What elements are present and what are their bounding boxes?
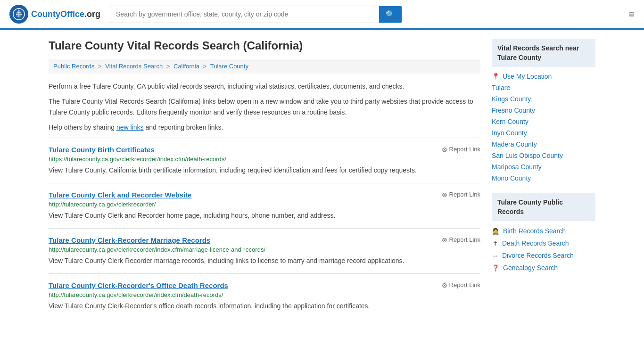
nearby-list: 📍Use My LocationTulareKings CountyFresno… xyxy=(492,71,595,184)
sidebar-public-record-item: 🤵Birth Records Search xyxy=(492,225,595,237)
nearby-link[interactable]: Madera County xyxy=(492,140,537,148)
breadcrumb-vital-records[interactable]: Vital Records Search xyxy=(105,63,163,70)
report-icon: ⊗ xyxy=(442,146,447,153)
report-link[interactable]: ⊗ Report Link xyxy=(442,236,480,244)
sidebar-nearby-item: Madera County xyxy=(492,139,595,150)
logo-text: CountyOffice.org xyxy=(31,9,100,19)
sidebar-public-record-item: ↔Divorce Records Search xyxy=(492,249,595,262)
public-record-icon: ↔ xyxy=(492,252,498,259)
sidebar-nearby-item: Mariposa County xyxy=(492,161,595,173)
records-list: Tulare County Birth Certificates ⊗ Repor… xyxy=(49,138,480,319)
public-records-list: 🤵Birth Records Search✝Death Records Sear… xyxy=(492,225,595,274)
search-input[interactable] xyxy=(110,6,379,23)
record-description: View Tulare County Clerk-Recorder marria… xyxy=(49,256,480,266)
record-title[interactable]: Tulare County Clerk-Recorder Marriage Re… xyxy=(49,236,210,244)
record-url: http://tularecounty.ca.gov/clerkrecorder… xyxy=(49,201,480,208)
nearby-link[interactable]: Inyo County xyxy=(492,129,527,137)
new-links-link[interactable]: new links xyxy=(116,123,144,131)
record-url: https://tularecounty.ca.gov/clerkrecorde… xyxy=(49,156,480,163)
report-icon: ⊗ xyxy=(442,281,447,289)
sidebar-nearby-item: Mono County xyxy=(492,173,595,184)
search-icon: 🔍 xyxy=(386,10,395,18)
sidebar-public-record-item: ✝Death Records Search xyxy=(492,237,595,249)
record-description: View Tulare County Clerk and Recorder ho… xyxy=(49,211,480,221)
report-link[interactable]: ⊗ Report Link xyxy=(442,146,480,153)
public-record-link[interactable]: Birth Records Search xyxy=(503,227,566,235)
report-link[interactable]: ⊗ Report Link xyxy=(442,191,480,198)
nearby-section: Vital Records Search near Tulare County … xyxy=(492,39,595,184)
record-url: http://tularecounty.ca.gov/clerkrecorder… xyxy=(49,246,480,253)
sidebar-nearby-item: Kern County xyxy=(492,116,595,127)
report-icon: ⊗ xyxy=(442,236,447,244)
content-area: Tulare County Vital Records Search (Cali… xyxy=(49,39,480,319)
public-record-link[interactable]: Death Records Search xyxy=(502,239,569,247)
nearby-link[interactable]: Mariposa County xyxy=(492,163,542,171)
logo-icon xyxy=(9,5,28,24)
report-icon: ⊗ xyxy=(442,191,447,198)
record-entry: Tulare County Clerk-Recorder Marriage Re… xyxy=(49,228,480,273)
breadcrumb-tulare-county[interactable]: Tulare County xyxy=(210,63,248,70)
public-record-icon: 🤵 xyxy=(492,228,499,235)
search-button[interactable]: 🔍 xyxy=(379,6,402,23)
nearby-header: Vital Records Search near Tulare County xyxy=(492,39,595,67)
logo-area: CountyOffice.org xyxy=(9,5,100,24)
sidebar-nearby-item: 📍Use My Location xyxy=(492,71,595,82)
sidebar-nearby-item: Tulare xyxy=(492,82,595,93)
record-description: View Tulare County Clerk-Recorder's offi… xyxy=(49,301,480,311)
record-entry: Tulare County Clerk and Recorder Website… xyxy=(49,183,480,228)
page-title: Tulare County Vital Records Search (Cali… xyxy=(49,39,480,52)
sidebar-nearby-item: Kings County xyxy=(492,93,595,105)
record-url: http://tularecounty.ca.gov/clerkrecorder… xyxy=(49,291,480,298)
hamburger-menu-icon[interactable]: ≡ xyxy=(628,8,635,20)
record-header: Tulare County Clerk-Recorder's Office De… xyxy=(49,281,480,289)
public-records-section: Tulare County Public Records 🤵Birth Reco… xyxy=(492,193,595,274)
record-description: View Tulare County, California birth cer… xyxy=(49,165,480,175)
record-entry: Tulare County Birth Certificates ⊗ Repor… xyxy=(49,138,480,183)
record-title[interactable]: Tulare County Clerk-Recorder's Office De… xyxy=(49,281,228,289)
breadcrumb-california[interactable]: California xyxy=(173,63,199,70)
nearby-link[interactable]: Fresno County xyxy=(492,107,535,114)
sidebar-nearby-item: Inyo County xyxy=(492,127,595,139)
nearby-link[interactable]: Kings County xyxy=(492,95,531,103)
location-icon: 📍 xyxy=(492,73,500,80)
description-2: The Tulare County Vital Records Search (… xyxy=(49,96,480,117)
public-record-link[interactable]: Genealogy Search xyxy=(503,264,558,272)
nearby-link[interactable]: Mono County xyxy=(492,174,531,182)
record-title[interactable]: Tulare County Birth Certificates xyxy=(49,146,155,154)
description-3: Help others by sharing new links and rep… xyxy=(49,122,480,132)
search-bar: 🔍 xyxy=(110,6,402,23)
nearby-link[interactable]: Tulare xyxy=(492,84,510,91)
report-link[interactable]: ⊗ Report Link xyxy=(442,281,480,289)
record-title[interactable]: Tulare County Clerk and Recorder Website xyxy=(49,191,192,199)
public-record-link[interactable]: Divorce Records Search xyxy=(502,252,574,259)
site-header: CountyOffice.org 🔍 ≡ xyxy=(0,0,644,30)
sidebar-public-record-item: ❓Genealogy Search xyxy=(492,262,595,274)
public-records-header: Tulare County Public Records xyxy=(492,193,595,221)
sidebar-nearby-item: San Luis Obispo County xyxy=(492,150,595,161)
nearby-link[interactable]: San Luis Obispo County xyxy=(492,152,563,159)
record-header: Tulare County Clerk and Recorder Website… xyxy=(49,191,480,199)
public-record-icon: ❓ xyxy=(492,264,499,272)
public-record-icon: ✝ xyxy=(492,240,498,247)
sidebar-nearby-item: Fresno County xyxy=(492,105,595,116)
record-header: Tulare County Clerk-Recorder Marriage Re… xyxy=(49,236,480,244)
main-container: Tulare County Vital Records Search (Cali… xyxy=(39,30,605,328)
description-1: Perform a free Tulare County, CA public … xyxy=(49,81,480,91)
record-entry: Tulare County Clerk-Recorder's Office De… xyxy=(49,273,480,319)
nearby-link[interactable]: Use My Location xyxy=(503,73,552,80)
breadcrumb-public-records[interactable]: Public Records xyxy=(53,63,94,70)
breadcrumb: Public Records > Vital Records Search > … xyxy=(49,59,480,74)
sidebar: Vital Records Search near Tulare County … xyxy=(492,39,595,319)
record-header: Tulare County Birth Certificates ⊗ Repor… xyxy=(49,146,480,154)
nearby-link[interactable]: Kern County xyxy=(492,118,528,125)
